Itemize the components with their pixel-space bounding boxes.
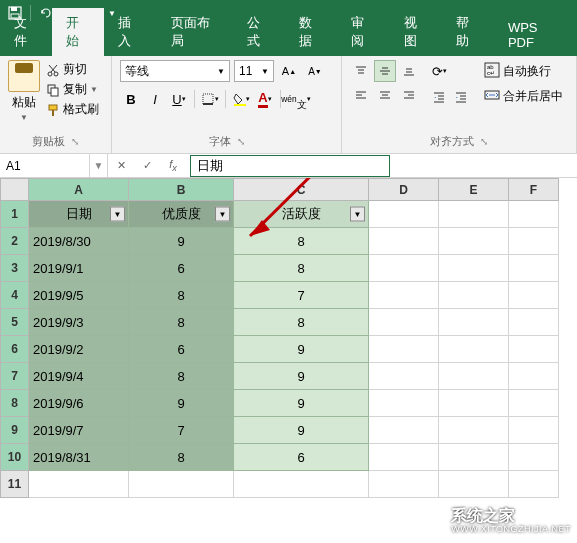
tab-layout[interactable]: 页面布局 [157,8,233,56]
table-header-B[interactable]: 优质度▼ [129,201,234,228]
align-middle-icon[interactable] [374,60,396,82]
cell-E11[interactable] [439,471,509,498]
cell-C10[interactable]: 6 [234,444,369,471]
row-header-10[interactable]: 10 [1,444,29,471]
tab-help[interactable]: 帮助 [442,8,494,56]
cell-B8[interactable]: 9 [129,390,234,417]
tab-insert[interactable]: 插入 [104,8,156,56]
tab-home[interactable]: 开始 [52,8,104,56]
row-header-11[interactable]: 11 [1,471,29,498]
table-header-A[interactable]: 日期▼ [29,201,129,228]
formula-input[interactable] [190,155,390,177]
fill-color-button[interactable]: ▾ [230,88,252,110]
cell-F8[interactable] [509,390,559,417]
cell-C2[interactable]: 8 [234,228,369,255]
filter-icon[interactable]: ▼ [350,207,365,222]
cell-A3[interactable]: 2019/9/1 [29,255,129,282]
cell-B11[interactable] [129,471,234,498]
decrease-indent-icon[interactable] [428,86,450,108]
row-header-7[interactable]: 7 [1,363,29,390]
col-header-A[interactable]: A [29,179,129,201]
cell-B4[interactable]: 8 [129,282,234,309]
cell-F2[interactable] [509,228,559,255]
cell-D5[interactable] [369,309,439,336]
namebox-dropdown-icon[interactable]: ▼ [90,154,108,177]
cell-F10[interactable] [509,444,559,471]
align-left-icon[interactable] [350,84,372,106]
cell-F4[interactable] [509,282,559,309]
border-button[interactable]: ▾ [199,88,221,110]
align-right-icon[interactable] [398,84,420,106]
cell-E9[interactable] [439,417,509,444]
font-color-button[interactable]: A▾ [254,88,276,110]
cell-E2[interactable] [439,228,509,255]
cell-A8[interactable]: 2019/9/6 [29,390,129,417]
row-header-4[interactable]: 4 [1,282,29,309]
italic-button[interactable]: I [144,88,166,110]
col-header-C[interactable]: C [234,179,369,201]
cell-D1[interactable] [369,201,439,228]
name-box[interactable]: A1 [0,154,90,177]
tab-data[interactable]: 数据 [285,8,337,56]
cell-A5[interactable]: 2019/9/3 [29,309,129,336]
format-painter-button[interactable]: 格式刷 [44,100,101,119]
paste-dropdown-icon[interactable]: ▼ [20,113,28,122]
wrap-text-button[interactable]: abc↵ 自动换行 [480,60,567,83]
cell-D8[interactable] [369,390,439,417]
cell-E10[interactable] [439,444,509,471]
table-header-C[interactable]: 活跃度▼ [234,201,369,228]
filter-icon[interactable]: ▼ [215,207,230,222]
row-header-9[interactable]: 9 [1,417,29,444]
cell-F9[interactable] [509,417,559,444]
cell-E3[interactable] [439,255,509,282]
cell-A2[interactable]: 2019/8/30 [29,228,129,255]
row-header-6[interactable]: 6 [1,336,29,363]
cell-B9[interactable]: 7 [129,417,234,444]
cell-E5[interactable] [439,309,509,336]
cell-E8[interactable] [439,390,509,417]
cell-B10[interactable]: 8 [129,444,234,471]
row-header-3[interactable]: 3 [1,255,29,282]
cell-B6[interactable]: 6 [129,336,234,363]
col-header-B[interactable]: B [129,179,234,201]
tab-file[interactable]: 文件 [0,8,52,56]
cell-E4[interactable] [439,282,509,309]
paste-button[interactable]: 粘贴 ▼ [8,60,40,134]
alignment-launcher-icon[interactable]: ⤡ [480,136,488,147]
cell-F3[interactable] [509,255,559,282]
cell-B3[interactable]: 6 [129,255,234,282]
cell-B7[interactable]: 8 [129,363,234,390]
cell-F7[interactable] [509,363,559,390]
cell-C11[interactable] [234,471,369,498]
cell-A11[interactable] [29,471,129,498]
cell-E6[interactable] [439,336,509,363]
fx-icon[interactable]: fx [160,158,186,173]
increase-font-icon[interactable]: A▲ [278,60,300,82]
underline-button[interactable]: U▾ [168,88,190,110]
spreadsheet-grid[interactable]: ABCDEF1日期▼优质度▼活跃度▼22019/8/309832019/9/16… [0,178,559,498]
cell-D11[interactable] [369,471,439,498]
cell-C6[interactable]: 9 [234,336,369,363]
phonetic-button[interactable]: wén文▾ [285,88,307,110]
font-size-select[interactable]: 11▼ [234,60,274,82]
cell-C9[interactable]: 9 [234,417,369,444]
cell-F6[interactable] [509,336,559,363]
cell-D4[interactable] [369,282,439,309]
row-header-5[interactable]: 5 [1,309,29,336]
cell-D3[interactable] [369,255,439,282]
cell-A7[interactable]: 2019/9/4 [29,363,129,390]
select-all-corner[interactable] [1,179,29,201]
cell-F1[interactable] [509,201,559,228]
row-header-8[interactable]: 8 [1,390,29,417]
tab-review[interactable]: 审阅 [337,8,389,56]
cell-F5[interactable] [509,309,559,336]
col-header-E[interactable]: E [439,179,509,201]
cell-C5[interactable]: 8 [234,309,369,336]
cell-B2[interactable]: 9 [129,228,234,255]
cell-E7[interactable] [439,363,509,390]
cell-C4[interactable]: 7 [234,282,369,309]
font-launcher-icon[interactable]: ⤡ [237,136,245,147]
col-header-F[interactable]: F [509,179,559,201]
filter-icon[interactable]: ▼ [110,207,125,222]
cell-F11[interactable] [509,471,559,498]
